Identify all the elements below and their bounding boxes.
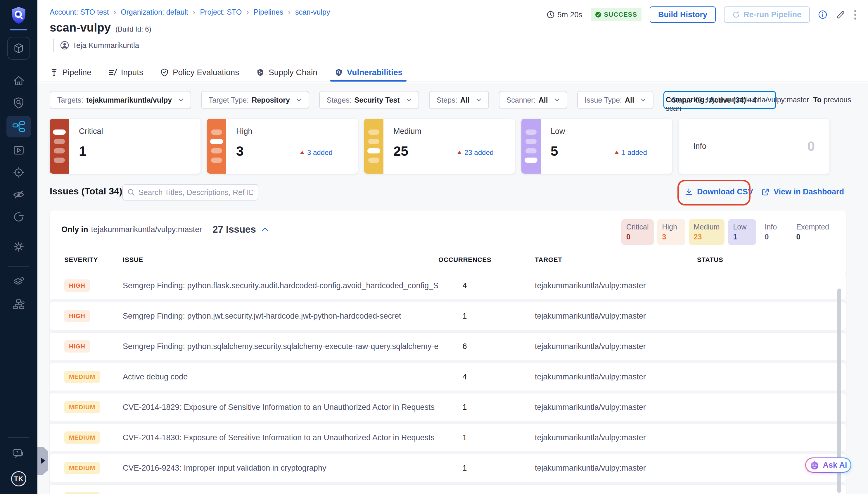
issue-title[interactable]: Active debug code (123, 373, 438, 381)
sidebar-item-default-settings[interactable] (6, 273, 31, 292)
info-icon[interactable] (818, 10, 827, 19)
issue-title[interactable]: Semgrep Finding: python.flask.security.a… (123, 281, 438, 290)
sidebar-item-pipelines[interactable] (6, 116, 31, 137)
author-name: Teja Kummarikuntla (73, 41, 139, 50)
card-critical[interactable]: Critical 1 (50, 119, 200, 174)
card-low[interactable]: Low 5 1 added (521, 119, 672, 174)
build-history-button[interactable]: Build History (650, 6, 716, 23)
chevron-down-icon (476, 98, 481, 102)
card-medium[interactable]: Medium 25 23 added (364, 119, 515, 174)
table-row[interactable]: HIGH Semgrep Finding: python.sqlalchemy.… (50, 332, 846, 360)
refresh-icon (732, 11, 740, 18)
sidebar-expand-handle[interactable] (37, 446, 48, 475)
table-row[interactable]: HIGH Semgrep Finding: python.jwt.securit… (50, 302, 846, 330)
eye-off-icon (12, 188, 25, 201)
inputs-icon (109, 68, 117, 77)
left-sidebar: ? TK (0, 0, 37, 494)
harness-sto-logo[interactable] (10, 6, 27, 24)
rerun-pipeline-button[interactable]: Re-run Pipeline (724, 6, 810, 23)
issue-title[interactable]: Semgrep Finding: python.jwt.security.jwt… (123, 311, 438, 321)
sidebar-item-executions[interactable] (6, 141, 31, 159)
chip-info[interactable]: Info0 (759, 219, 788, 245)
tab-bar: Pipeline Inputs Policy Evaluations Suppl… (50, 63, 402, 81)
tab-vulnerabilities[interactable]: Vulnerabilities (334, 63, 402, 81)
sidebar-item-baselines[interactable] (6, 185, 31, 204)
table-row[interactable]: HIGH Semgrep Finding: python.flask.secur… (50, 272, 846, 299)
sidebar-item-home[interactable] (6, 71, 31, 90)
filter-stages[interactable]: Stages:Security Test (319, 91, 419, 109)
user-avatar[interactable]: TK (11, 471, 26, 487)
external-link-icon (761, 188, 770, 196)
sidebar-item-overview[interactable] (6, 94, 31, 112)
page-title: scan-vulpy (50, 21, 111, 34)
shield-nodes-icon (256, 68, 265, 77)
issue-title[interactable]: CVE-2016-9243: Improper input validation… (123, 463, 438, 473)
download-csv-button[interactable]: Download CSV (685, 187, 753, 196)
severity-badge: MEDIUM (64, 370, 100, 383)
table-row[interactable]: MEDIUM Active debug code 4 tejakummariku… (50, 363, 846, 391)
filter-targets[interactable]: Targets:tejakummarikuntla/vulpy (50, 91, 191, 109)
tab-inputs[interactable]: Inputs (109, 63, 143, 81)
vulnerabilities-content: Targets:tejakummarikuntla/vulpy Target T… (37, 83, 868, 494)
chip-exempted[interactable]: Exempted0 (791, 219, 834, 245)
chip-critical[interactable]: Critical0 (621, 219, 654, 245)
ask-ai-button[interactable]: Ask AI (805, 457, 851, 473)
table-row[interactable]: MEDIUM CVE-2017-11424: PyJWT: ... 1 teja… (50, 484, 846, 494)
chevron-down-icon (296, 98, 302, 102)
executions-icon (12, 144, 25, 157)
pipeline-icon (50, 68, 58, 77)
breadcrumb-project[interactable]: Project: STO (200, 8, 242, 16)
filter-scanner[interactable]: Scanner:All (499, 91, 567, 109)
sidebar-item-org-settings[interactable] (6, 295, 31, 314)
chip-medium[interactable]: Medium23 (689, 219, 725, 245)
severity-badge: HIGH (64, 310, 90, 322)
severity-cards: Critical 1 High 3 3 added Medium 25 23 a… (50, 119, 829, 174)
filter-steps[interactable]: Steps:All (429, 91, 489, 109)
module-selector-button[interactable] (7, 37, 30, 60)
home-icon (12, 74, 25, 87)
chip-low[interactable]: Low1 (728, 219, 756, 245)
table-row[interactable]: MEDIUM CVE-2014-1829: Exposure of Sensit… (50, 394, 846, 421)
tab-supply-chain[interactable]: Supply Chain (256, 63, 317, 81)
chip-high[interactable]: High3 (657, 219, 685, 245)
severity-summary-chips: Critical0 High3 Medium23 Low1 Info0 Exem… (621, 219, 834, 245)
breadcrumb-account[interactable]: Account: STO test (50, 8, 109, 16)
shield-check-icon (160, 68, 169, 77)
build-id: (Build Id: 6) (115, 25, 151, 33)
table-row[interactable]: MEDIUM CVE-2014-1830: Exposure of Sensit… (50, 424, 846, 451)
card-high[interactable]: High 3 3 added (207, 119, 358, 174)
severity-gauge-high (207, 119, 226, 174)
sidebar-item-settings[interactable] (6, 238, 31, 256)
breadcrumb-pipeline-name[interactable]: scan-vulpy (295, 8, 330, 16)
more-options-menu[interactable] (853, 9, 857, 21)
help-chat-icon: ? (12, 448, 25, 459)
sidebar-item-exemptions[interactable] (6, 208, 31, 226)
breadcrumb-organization[interactable]: Organization: default (121, 8, 188, 16)
tab-pipeline[interactable]: Pipeline (50, 63, 92, 81)
sidebar-item-targets[interactable] (6, 163, 31, 182)
issue-title[interactable]: Semgrep Finding: python.sqlalchemy.secur… (123, 342, 438, 351)
filter-issue-type[interactable]: Issue Type:All (577, 91, 654, 109)
filter-target-type[interactable]: Target Type:Repository (201, 91, 309, 109)
sidebar-divider-bottom (8, 437, 29, 438)
chevron-up-icon[interactable] (261, 227, 269, 232)
card-info[interactable]: Info 0 (679, 119, 829, 174)
issue-title[interactable]: CVE-2014-1830: Exposure of Sensitive Inf… (123, 433, 438, 442)
breadcrumb-pipelines[interactable]: Pipelines (254, 8, 283, 16)
clock-icon (547, 11, 554, 18)
target: tejakummarikuntla/vulpy:master (491, 342, 663, 351)
table-row[interactable]: MEDIUM CVE-2016-9243: Improper input val… (50, 454, 846, 482)
view-in-dashboard-button[interactable]: View in Dashboard (761, 187, 844, 196)
issues-total-title: Issues (Total 34) (50, 186, 122, 197)
layers-gear-icon (12, 276, 25, 289)
page-header: Account: STO test› Organization: default… (37, 0, 868, 82)
cube-icon (12, 42, 25, 55)
sidebar-item-help[interactable]: ? (6, 444, 31, 463)
search-input[interactable] (138, 188, 253, 197)
issues-search[interactable] (122, 184, 258, 201)
tab-policy-evaluations[interactable]: Policy Evaluations (160, 63, 239, 81)
issue-title[interactable]: CVE-2014-1829: Exposure of Sensitive Inf… (123, 403, 438, 412)
only-in-target: tejakummarikuntla/vulpy:master (91, 225, 202, 234)
edit-pencil-icon[interactable] (835, 10, 845, 19)
user-icon (60, 41, 69, 50)
